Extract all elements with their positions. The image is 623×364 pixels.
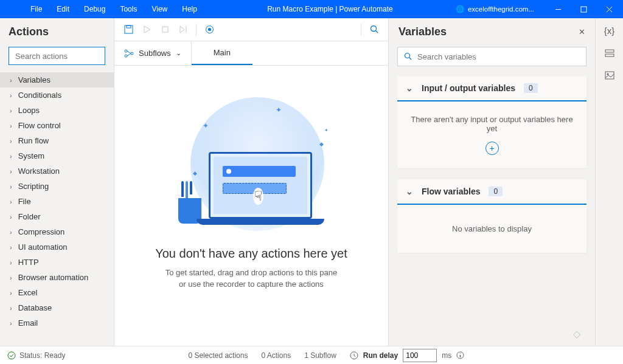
statusbar: Status: Ready 0 Selected actions 0 Actio… bbox=[0, 346, 623, 364]
clock-icon bbox=[350, 351, 358, 360]
svg-rect-21 bbox=[605, 50, 614, 52]
chevron-down-icon: ⌄ bbox=[406, 83, 413, 93]
chevron-right-icon: › bbox=[10, 122, 12, 129]
flow-variables-header[interactable]: ⌄ Flow variables 0 bbox=[397, 179, 586, 205]
subflows-dropdown[interactable]: Subflows ⌄ bbox=[114, 41, 192, 65]
svg-marker-8 bbox=[180, 26, 184, 33]
action-category-ui-automation[interactable]: ›UI automation bbox=[0, 239, 114, 255]
separator bbox=[196, 24, 197, 36]
stop-button[interactable] bbox=[156, 21, 174, 39]
action-list[interactable]: ›Variables ›Conditionals ›Loops ›Flow co… bbox=[0, 72, 114, 346]
variables-search[interactable] bbox=[397, 47, 586, 66]
action-category-conditionals[interactable]: ›Conditionals bbox=[0, 88, 114, 103]
menu-debug[interactable]: Debug bbox=[77, 1, 113, 17]
svg-point-12 bbox=[371, 26, 376, 32]
chevron-right-icon: › bbox=[10, 183, 12, 190]
hand-cursor-icon: ☟ bbox=[253, 188, 263, 205]
titlebar: File Edit Debug Tools View Help Run Macr… bbox=[0, 0, 623, 18]
action-category-file[interactable]: ›File bbox=[0, 194, 114, 209]
flow-count-badge: 0 bbox=[489, 187, 503, 196]
svg-line-17 bbox=[127, 51, 131, 53]
chevron-right-icon: › bbox=[10, 274, 12, 281]
toolbar bbox=[114, 18, 388, 41]
ms-label: ms bbox=[442, 351, 451, 360]
actions-title: Actions bbox=[0, 18, 114, 44]
empty-illustration: ✦ ✦ ◆ ◆ ✦ ☟ bbox=[166, 97, 336, 237]
minimize-button[interactable] bbox=[548, 0, 568, 18]
svg-rect-22 bbox=[605, 54, 614, 57]
variables-panel: Variables ✕ ⌄ Input / output variables 0… bbox=[388, 18, 595, 346]
save-button[interactable] bbox=[119, 21, 137, 39]
run-button[interactable] bbox=[137, 21, 156, 39]
images-rail-icon[interactable] bbox=[605, 71, 614, 80]
right-rail: {x} bbox=[595, 18, 623, 346]
clear-button[interactable]: ◇ bbox=[573, 328, 580, 340]
action-category-database[interactable]: ›Database bbox=[0, 300, 114, 315]
svg-point-14 bbox=[125, 50, 127, 52]
svg-line-18 bbox=[127, 53, 131, 56]
ui-elements-rail-icon[interactable] bbox=[605, 49, 614, 58]
run-delay-input[interactable] bbox=[403, 349, 437, 362]
maximize-button[interactable] bbox=[573, 0, 594, 18]
empty-state: ✦ ✦ ◆ ◆ ✦ ☟ You don't have any actions h… bbox=[114, 66, 388, 346]
chevron-right-icon: › bbox=[10, 244, 12, 251]
close-button[interactable] bbox=[599, 0, 619, 18]
svg-line-20 bbox=[409, 58, 412, 60]
svg-point-25 bbox=[8, 352, 15, 359]
tab-main[interactable]: Main bbox=[192, 41, 252, 65]
flow-empty-text: No variables to display bbox=[406, 224, 578, 233]
io-variables-section: ⌄ Input / output variables 0 There aren'… bbox=[397, 76, 586, 168]
actions-count: 0 Actions bbox=[261, 351, 291, 360]
chevron-right-icon: › bbox=[10, 304, 12, 312]
info-icon[interactable] bbox=[456, 351, 464, 359]
actions-panel: Actions ›Variables ›Conditionals ›Loops … bbox=[0, 18, 114, 346]
svg-rect-4 bbox=[125, 26, 133, 33]
separator bbox=[361, 24, 361, 36]
action-category-scripting[interactable]: ›Scripting bbox=[0, 179, 114, 194]
actions-search-input[interactable] bbox=[9, 47, 105, 65]
action-category-excel[interactable]: ›Excel bbox=[0, 285, 114, 300]
menu-file[interactable]: File bbox=[23, 1, 49, 17]
action-category-workstation[interactable]: ›Workstation bbox=[0, 163, 114, 179]
action-category-run-flow[interactable]: ›Run flow bbox=[0, 133, 114, 148]
menu-edit[interactable]: Edit bbox=[49, 1, 77, 17]
io-empty-text: There aren't any input or output variabl… bbox=[406, 115, 578, 133]
svg-line-13 bbox=[375, 31, 378, 33]
step-button[interactable] bbox=[174, 21, 192, 39]
svg-rect-7 bbox=[162, 27, 168, 32]
chevron-right-icon: › bbox=[10, 228, 12, 236]
close-panel-button[interactable]: ✕ bbox=[579, 27, 585, 36]
action-category-email[interactable]: ›Email bbox=[0, 315, 114, 331]
variables-search-input[interactable] bbox=[417, 52, 580, 61]
empty-title: You don't have any actions here yet bbox=[155, 247, 347, 261]
svg-point-11 bbox=[208, 28, 211, 31]
menu-help[interactable]: Help bbox=[175, 1, 204, 17]
svg-point-16 bbox=[131, 52, 133, 55]
menu-tools[interactable]: Tools bbox=[113, 1, 144, 17]
menu-view[interactable]: View bbox=[144, 1, 175, 17]
flow-variables-section: ⌄ Flow variables 0 No variables to displ… bbox=[397, 179, 586, 253]
subflows-count: 1 Subflow bbox=[304, 351, 336, 360]
action-category-http[interactable]: ›HTTP bbox=[0, 255, 114, 270]
io-variables-header[interactable]: ⌄ Input / output variables 0 bbox=[397, 76, 586, 101]
action-category-folder[interactable]: ›Folder bbox=[0, 209, 114, 224]
action-category-loops[interactable]: ›Loops bbox=[0, 103, 114, 118]
status-text: Status: Ready bbox=[19, 351, 65, 360]
search-button[interactable] bbox=[365, 21, 383, 39]
menubar: File Edit Debug Tools View Help bbox=[23, 1, 204, 17]
action-category-browser-automation[interactable]: ›Browser automation bbox=[0, 270, 114, 285]
action-category-system[interactable]: ›System bbox=[0, 148, 114, 163]
action-category-variables[interactable]: ›Variables bbox=[0, 72, 114, 88]
actions-search[interactable] bbox=[9, 47, 105, 65]
recorder-button[interactable] bbox=[200, 21, 218, 39]
chevron-right-icon: › bbox=[10, 107, 12, 114]
variables-title: Variables bbox=[399, 26, 579, 38]
action-category-compression[interactable]: ›Compression bbox=[0, 224, 114, 239]
svg-point-24 bbox=[607, 74, 608, 75]
action-category-flow-control[interactable]: ›Flow control bbox=[0, 118, 114, 133]
chevron-down-icon: ⌄ bbox=[406, 187, 413, 196]
variables-rail-icon[interactable]: {x} bbox=[604, 26, 615, 36]
chevron-right-icon: › bbox=[10, 198, 12, 205]
add-io-variable-button[interactable]: + bbox=[486, 142, 499, 155]
chevron-right-icon: › bbox=[10, 77, 12, 84]
